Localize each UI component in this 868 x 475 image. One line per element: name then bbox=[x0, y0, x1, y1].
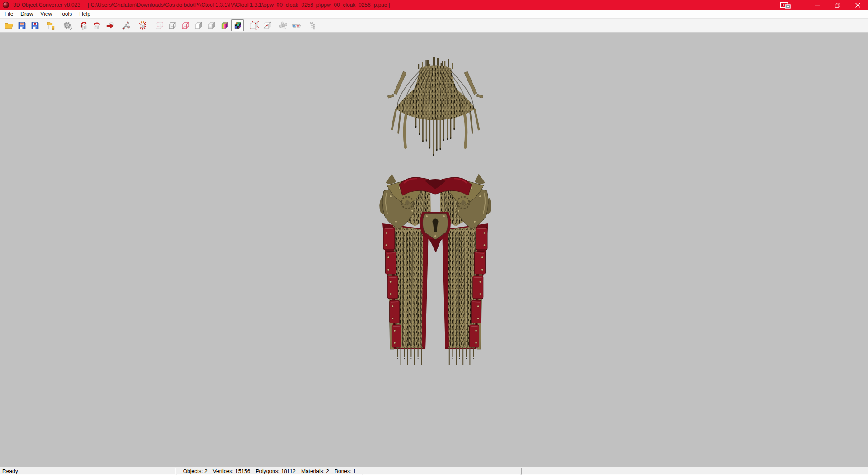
toolbar-skeleton-button[interactable] bbox=[120, 19, 132, 31]
glasses-3d-icon bbox=[292, 21, 301, 30]
hierarchy-icon bbox=[308, 21, 317, 30]
menu-tools[interactable]: Tools bbox=[56, 10, 75, 18]
toolbar-rotate-left-button[interactable] bbox=[78, 19, 90, 31]
display-indicator-icon bbox=[775, 0, 796, 10]
minimize-button[interactable] bbox=[807, 0, 827, 10]
toolbar bbox=[0, 19, 868, 33]
toolbar-draw-flat-button[interactable] bbox=[192, 19, 204, 31]
point-rays-cube-icon bbox=[138, 21, 147, 30]
toolbar-draw-point-mode-button[interactable] bbox=[153, 19, 165, 31]
folder-tree-icon bbox=[47, 21, 56, 30]
smooth-cube-icon bbox=[207, 21, 216, 30]
rainbow-cube-icon bbox=[220, 21, 229, 30]
menubar: FileDrawViewToolsHelp bbox=[0, 10, 868, 19]
status-metric-materials: Materials: 2 bbox=[301, 468, 329, 475]
app-icon bbox=[3, 2, 9, 8]
viewport-canvas[interactable] bbox=[0, 33, 868, 467]
flat-cube-icon bbox=[193, 21, 203, 30]
bones-icon bbox=[122, 21, 131, 30]
toolbar-rotate-object-button[interactable] bbox=[91, 19, 103, 31]
status-panel-3 bbox=[363, 468, 520, 475]
status-metric-bones: Bones: 1 bbox=[335, 468, 356, 475]
open-folder-icon bbox=[4, 21, 14, 30]
window-title: 3D Object Converter v8.023 bbox=[13, 2, 80, 8]
toolbar-save-button[interactable] bbox=[16, 19, 28, 31]
toolbar-mirror-object-button[interactable] bbox=[104, 19, 116, 31]
toolbar-draw-vertex-color-button[interactable] bbox=[218, 19, 231, 31]
status-metric-vertices: Vertices: 15156 bbox=[213, 468, 250, 475]
toolbar-draw-wireframe-button[interactable] bbox=[166, 19, 178, 31]
titlebar: 3D Object Converter v8.023 [ C:\Users\Gh… bbox=[0, 0, 868, 10]
menu-help[interactable]: Help bbox=[75, 10, 94, 18]
rotate-arrow-icon bbox=[79, 21, 89, 30]
status-metrics: Objects: 2Vertices: 15156Polygons: 18112… bbox=[177, 468, 362, 475]
toolbar-uv-unwrap-button[interactable] bbox=[277, 19, 289, 31]
menu-draw[interactable]: Draw bbox=[17, 10, 37, 18]
gear-icon bbox=[63, 21, 72, 30]
menu-view[interactable]: View bbox=[37, 10, 56, 18]
viewport-3d[interactable] bbox=[0, 33, 868, 467]
dotted-wire-cube-icon bbox=[154, 21, 164, 30]
status-metric-polygons: Polygons: 18112 bbox=[255, 468, 296, 475]
window-title-filepath: [ C:\Users\Ghalatan\Downloads\Cos do bdo… bbox=[88, 2, 390, 8]
toolbar-show-normals-button[interactable] bbox=[248, 19, 260, 31]
rotate-cube-icon bbox=[92, 21, 102, 30]
toolbar-show-axes-button[interactable] bbox=[261, 19, 273, 31]
red-arrow-cube-icon bbox=[105, 21, 115, 30]
menu-file[interactable]: File bbox=[1, 10, 17, 18]
toolbar-save-favorite-button[interactable] bbox=[29, 19, 41, 31]
save-favorite-icon bbox=[30, 21, 40, 30]
status-panel-4 bbox=[521, 468, 868, 475]
toolbar-draw-smooth-button[interactable] bbox=[205, 19, 217, 31]
model-object-lower bbox=[379, 174, 491, 366]
textured-cube-icon bbox=[233, 21, 242, 30]
model-object-upper bbox=[387, 57, 483, 156]
toolbar-object-list-button[interactable] bbox=[307, 19, 319, 31]
restore-button[interactable] bbox=[827, 0, 848, 10]
normals-cube-icon bbox=[249, 21, 259, 30]
toolbar-draw-textured-button[interactable] bbox=[231, 19, 244, 31]
toolbar-anaglyph-button[interactable] bbox=[290, 19, 302, 31]
red-wireframe-cube-icon bbox=[180, 21, 190, 30]
toolbar-settings-button[interactable] bbox=[61, 19, 74, 31]
toolbar-batch-convert-button[interactable] bbox=[45, 19, 57, 31]
axis-cube-icon bbox=[262, 21, 272, 30]
toolbar-draw-hidden-line-button[interactable] bbox=[179, 19, 191, 31]
toolbar-show-points-button[interactable] bbox=[137, 19, 149, 31]
close-button[interactable] bbox=[848, 0, 868, 10]
status-ready: Ready bbox=[0, 468, 176, 475]
save-icon bbox=[17, 21, 27, 30]
wireframe-cube-icon bbox=[167, 21, 177, 30]
status-metric-objects: Objects: 2 bbox=[183, 468, 208, 475]
unfolded-cube-icon bbox=[278, 21, 288, 30]
toolbar-open-button[interactable] bbox=[3, 19, 15, 31]
statusbar: Ready Objects: 2Vertices: 15156Polygons:… bbox=[0, 467, 868, 475]
